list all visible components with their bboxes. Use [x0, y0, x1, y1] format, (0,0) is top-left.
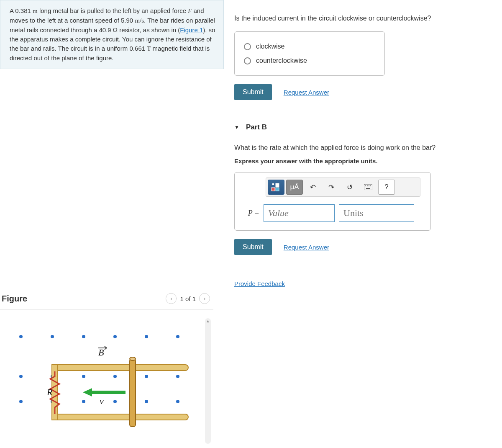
v-label: v: [100, 396, 104, 406]
svg-marker-24: [83, 388, 92, 397]
next-figure-button[interactable]: ›: [199, 293, 210, 304]
svg-rect-33: [370, 185, 371, 186]
equation-label: P =: [241, 209, 259, 218]
svg-point-12: [19, 400, 23, 403]
option-clockwise[interactable]: clockwise: [244, 39, 375, 54]
svg-rect-34: [366, 188, 370, 189]
figure-scrollbar[interactable]: ▲: [205, 318, 211, 444]
svg-point-2: [82, 335, 85, 338]
templates-button[interactable]: [268, 180, 284, 195]
resistance: 40.9: [99, 26, 111, 33]
answer-box: μÅ ↶ ↷ ↺ ? P =: [234, 172, 431, 231]
svg-rect-25: [271, 188, 275, 191]
svg-rect-26: [276, 183, 279, 187]
svg-rect-32: [369, 185, 369, 186]
keyboard-button[interactable]: [360, 180, 376, 195]
problem-statement: A 0.381 m long metal bar is pulled to th…: [0, 0, 224, 69]
part-b-question: What is the rate at which the applied fo…: [234, 144, 502, 152]
option-label: counterclockwise: [256, 57, 307, 64]
radio-icon: [244, 43, 251, 50]
part-b-header[interactable]: ▼ Part B: [234, 123, 502, 131]
svg-point-0: [19, 335, 23, 338]
t2: long metal bar is pulled to the left by …: [38, 7, 188, 14]
resistance-unit: Ω: [113, 27, 118, 33]
svg-point-14: [82, 400, 85, 403]
svg-point-11: [176, 375, 179, 378]
part-b-title: Part B: [246, 123, 267, 131]
part-b-hint: Express your answer with the appropriate…: [234, 157, 502, 165]
undo-button[interactable]: ↶: [305, 180, 321, 195]
svg-rect-27: [276, 188, 279, 191]
figure-pager: ‹ 1 of 1 ›: [166, 293, 210, 304]
svg-rect-18: [54, 365, 188, 371]
svg-point-8: [82, 375, 85, 378]
svg-rect-21: [130, 359, 136, 427]
length: 0.381: [15, 7, 31, 14]
svg-point-15: [113, 400, 117, 403]
units-input[interactable]: [339, 204, 414, 222]
b-label: B: [98, 347, 104, 358]
request-answer-b[interactable]: Request Answer: [284, 244, 329, 251]
figure-image: B R v: [8, 322, 192, 431]
svg-point-5: [176, 335, 179, 338]
figure-link[interactable]: Figure 1: [180, 26, 203, 33]
part-a-options: clockwise counterclockwise: [234, 31, 385, 76]
svg-rect-31: [367, 185, 368, 186]
radio-icon: [244, 57, 251, 64]
force-var: F: [188, 8, 192, 14]
speed-unit: m/s: [135, 17, 144, 24]
t5: resistor, as shown in (: [118, 26, 180, 33]
mag: 0.661: [130, 45, 146, 52]
svg-rect-28: [272, 183, 274, 185]
svg-point-10: [145, 375, 148, 378]
request-answer-a[interactable]: Request Answer: [284, 89, 329, 96]
submit-button-a[interactable]: Submit: [234, 84, 272, 100]
submit-button-b[interactable]: Submit: [234, 239, 272, 255]
svg-point-22: [130, 357, 136, 360]
collapse-icon: ▼: [234, 124, 239, 130]
provide-feedback-link[interactable]: Provide Feedback: [234, 280, 285, 287]
svg-point-17: [176, 400, 179, 403]
redo-button[interactable]: ↷: [323, 180, 340, 195]
t1: A: [10, 7, 15, 14]
units-button[interactable]: μÅ: [286, 180, 303, 195]
pager-text: 1 of 1: [180, 295, 196, 302]
svg-point-9: [113, 375, 117, 378]
prev-figure-button[interactable]: ‹: [166, 293, 177, 304]
svg-rect-30: [365, 185, 366, 186]
svg-point-16: [145, 400, 148, 403]
svg-point-6: [19, 375, 23, 378]
part-a-question: Is the induced current in the circuit cl…: [234, 15, 502, 22]
figure-title: Figure: [2, 294, 27, 304]
value-input[interactable]: [264, 204, 335, 222]
answer-toolbar: μÅ ↶ ↷ ↺ ?: [266, 178, 420, 197]
svg-point-1: [51, 335, 54, 338]
svg-rect-29: [364, 184, 372, 190]
option-counterclockwise[interactable]: counterclockwise: [244, 54, 375, 68]
help-button[interactable]: ?: [378, 180, 395, 195]
reset-button[interactable]: ↺: [341, 180, 358, 195]
r-label: R: [46, 387, 53, 397]
svg-rect-19: [54, 414, 188, 420]
speed: 5.90: [121, 17, 133, 24]
svg-point-4: [145, 335, 148, 338]
figure-panel: Figure ‹ 1 of 1 ›: [0, 293, 213, 431]
scroll-up-icon: ▲: [205, 318, 211, 324]
svg-point-3: [113, 335, 117, 338]
option-label: clockwise: [256, 43, 284, 50]
length-unit: m: [33, 8, 38, 14]
